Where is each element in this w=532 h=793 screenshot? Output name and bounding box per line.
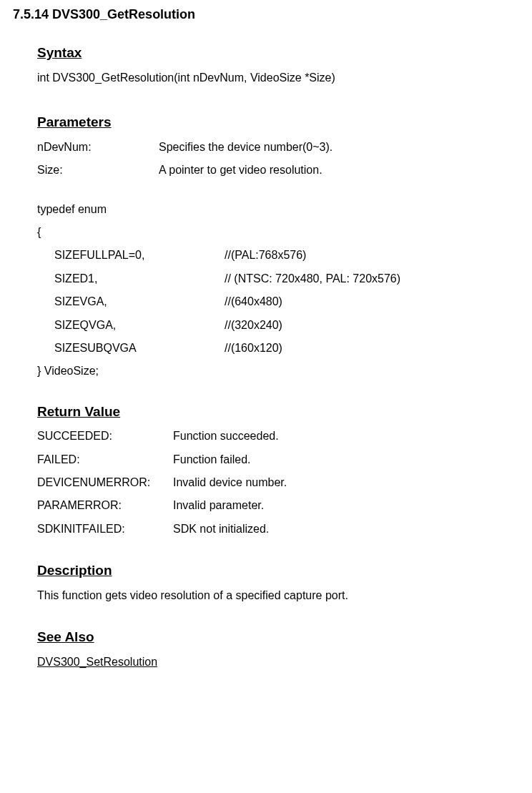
parameters-heading: Parameters bbox=[37, 113, 532, 132]
param-desc: Specifies the device number(0~3). bbox=[159, 139, 532, 155]
enum-open-brace: { bbox=[37, 225, 532, 240]
enum-item: SIZED1, // (NTSC: 720x480, PAL: 720x576) bbox=[37, 271, 532, 287]
enum-item-name: SIZED1, bbox=[54, 271, 225, 287]
content-area: Syntax int DVS300_GetResolution(int nDev… bbox=[13, 44, 532, 670]
enum-item-name: SIZEQVGA, bbox=[54, 317, 225, 333]
page-title: 7.5.14 DVS300_GetResolution bbox=[13, 6, 532, 24]
syntax-heading: Syntax bbox=[37, 44, 532, 63]
return-name: SDKINITFAILED: bbox=[37, 521, 173, 537]
enum-close: } VideoSize; bbox=[37, 363, 532, 379]
param-row: Size: A pointer to get video resolution. bbox=[37, 162, 532, 178]
return-value-block: SUCCEEDED: Function succeeded. FAILED: F… bbox=[37, 428, 532, 537]
enum-item-name: SIZESUBQVGA bbox=[54, 340, 225, 356]
description-heading: Description bbox=[37, 561, 532, 581]
return-desc: Invalid device number. bbox=[173, 475, 532, 491]
enum-item-comment: //(160x120) bbox=[225, 340, 532, 356]
enum-item-comment: //(640x480) bbox=[225, 294, 532, 310]
return-name: PARAMERROR: bbox=[37, 498, 173, 513]
see-also-row: DVS300_SetResolution bbox=[37, 654, 532, 670]
enum-item-name: SIZEFULLPAL=0, bbox=[54, 247, 225, 263]
return-desc: Invalid parameter. bbox=[173, 498, 532, 513]
return-row: SUCCEEDED: Function succeeded. bbox=[37, 428, 532, 444]
return-row: SDKINITFAILED: SDK not initialized. bbox=[37, 521, 532, 537]
param-name: nDevNum: bbox=[37, 139, 159, 155]
enum-item: SIZEVGA, //(640x480) bbox=[37, 294, 532, 310]
enum-item-comment: // (NTSC: 720x480, PAL: 720x576) bbox=[225, 271, 532, 287]
param-desc: A pointer to get video resolution. bbox=[159, 162, 532, 178]
param-row: nDevNum: Specifies the device number(0~3… bbox=[37, 139, 532, 155]
return-desc: SDK not initialized. bbox=[173, 521, 532, 537]
return-desc: Function succeeded. bbox=[173, 428, 532, 444]
parameters-block: nDevNum: Specifies the device number(0~3… bbox=[37, 139, 532, 179]
enum-item-comment: //(320x240) bbox=[225, 317, 532, 333]
return-name: DEVICENUMERROR: bbox=[37, 475, 173, 491]
syntax-text: int DVS300_GetResolution(int nDevNum, Vi… bbox=[37, 70, 532, 86]
enum-item-comment: //(PAL:768x576) bbox=[225, 247, 532, 263]
enum-typedef: typedef enum bbox=[37, 202, 532, 217]
enum-item: SIZEQVGA, //(320x240) bbox=[37, 317, 532, 333]
see-also-link[interactable]: DVS300_SetResolution bbox=[37, 656, 157, 668]
return-row: FAILED: Function failed. bbox=[37, 452, 532, 468]
enum-item: SIZEFULLPAL=0, //(PAL:768x576) bbox=[37, 247, 532, 263]
return-desc: Function failed. bbox=[173, 452, 532, 468]
return-name: SUCCEEDED: bbox=[37, 428, 173, 444]
return-name: FAILED: bbox=[37, 452, 173, 468]
return-row: PARAMERROR: Invalid parameter. bbox=[37, 498, 532, 513]
param-name: Size: bbox=[37, 162, 159, 178]
return-value-heading: Return Value bbox=[37, 403, 532, 422]
description-text: This function gets video resolution of a… bbox=[37, 588, 532, 604]
see-also-heading: See Also bbox=[37, 628, 532, 647]
enum-item: SIZESUBQVGA //(160x120) bbox=[37, 340, 532, 356]
return-row: DEVICENUMERROR: Invalid device number. bbox=[37, 475, 532, 491]
enum-block: typedef enum { SIZEFULLPAL=0, //(PAL:768… bbox=[37, 202, 532, 380]
enum-item-name: SIZEVGA, bbox=[54, 294, 225, 310]
